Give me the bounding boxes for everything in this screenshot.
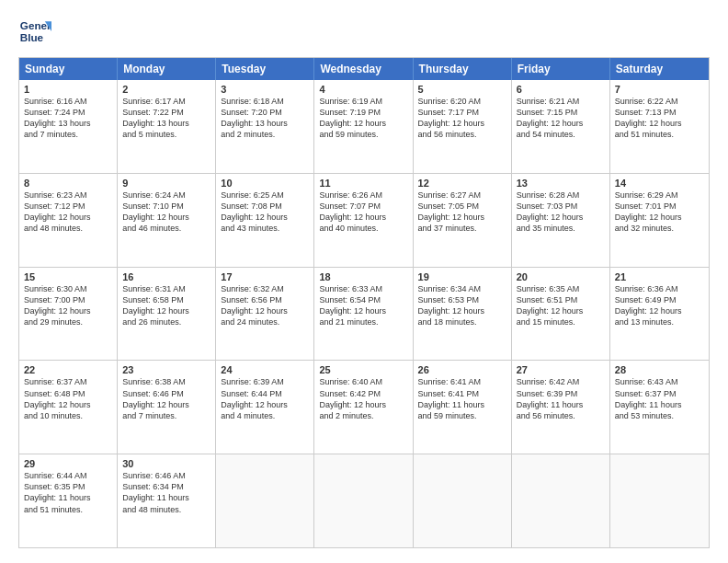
day-number: 30 [122, 458, 210, 469]
sunrise-line: Sunrise: 6:38 AM [122, 376, 210, 387]
sunset-line: Sunset: 7:19 PM [319, 107, 407, 118]
daylight-line2: and 29 minutes. [24, 316, 112, 327]
daylight-line1: Daylight: 12 hours [418, 118, 506, 129]
sunrise-line: Sunrise: 6:35 AM [517, 283, 605, 294]
day-number: 5 [418, 84, 506, 95]
header: General Blue [18, 15, 710, 48]
daylight-line2: and 46 minutes. [122, 223, 210, 234]
calendar: SundayMondayTuesdayWednesdayThursdayFrid… [18, 57, 710, 548]
sunrise-line: Sunrise: 6:20 AM [418, 96, 506, 107]
daylight-line2: and 32 minutes. [615, 223, 704, 234]
daylight-line2: and 21 minutes. [319, 316, 407, 327]
sunset-line: Sunset: 6:54 PM [319, 294, 407, 305]
daylight-line2: and 2 minutes. [221, 129, 309, 140]
day-number: 4 [319, 84, 407, 95]
calendar-cell: 11 Sunrise: 6:26 AM Sunset: 7:07 PM Dayl… [314, 174, 413, 267]
daylight-line1: Daylight: 12 hours [221, 305, 309, 316]
day-number: 27 [517, 364, 605, 375]
sunrise-line: Sunrise: 6:29 AM [615, 190, 704, 201]
cal-header-cell: Monday [118, 58, 216, 80]
sunrise-line: Sunrise: 6:40 AM [319, 376, 407, 387]
daylight-line1: Daylight: 12 hours [418, 212, 506, 223]
sunset-line: Sunset: 6:48 PM [24, 388, 112, 399]
calendar-cell: 23 Sunrise: 6:38 AM Sunset: 6:46 PM Dayl… [118, 361, 216, 454]
calendar-cell: 15 Sunrise: 6:30 AM Sunset: 7:00 PM Dayl… [19, 268, 118, 361]
cal-header-cell: Friday [512, 58, 610, 80]
sunset-line: Sunset: 7:15 PM [517, 107, 605, 118]
sunrise-line: Sunrise: 6:46 AM [122, 470, 210, 481]
daylight-line2: and 26 minutes. [122, 316, 210, 327]
sunset-line: Sunset: 7:05 PM [418, 201, 506, 212]
calendar-cell: 19 Sunrise: 6:34 AM Sunset: 6:53 PM Dayl… [414, 268, 512, 361]
sunrise-line: Sunrise: 6:17 AM [122, 96, 210, 107]
day-number: 28 [615, 364, 704, 375]
sunset-line: Sunset: 6:53 PM [418, 294, 506, 305]
calendar-cell: 20 Sunrise: 6:35 AM Sunset: 6:51 PM Dayl… [512, 268, 610, 361]
day-number: 20 [517, 271, 605, 282]
calendar-cell: 26 Sunrise: 6:41 AM Sunset: 6:41 PM Dayl… [414, 361, 512, 454]
day-number: 16 [122, 271, 210, 282]
day-number: 12 [418, 178, 506, 189]
sunrise-line: Sunrise: 6:42 AM [517, 376, 605, 387]
day-number: 6 [517, 84, 605, 95]
calendar-row: 22 Sunrise: 6:37 AM Sunset: 6:48 PM Dayl… [19, 361, 709, 454]
daylight-line1: Daylight: 12 hours [319, 118, 407, 129]
sunset-line: Sunset: 7:24 PM [24, 107, 112, 118]
calendar-cell: 29 Sunrise: 6:44 AM Sunset: 6:35 PM Dayl… [19, 454, 118, 547]
cal-header-cell: Saturday [610, 58, 709, 80]
sunset-line: Sunset: 6:58 PM [122, 294, 210, 305]
sunrise-line: Sunrise: 6:26 AM [319, 190, 407, 201]
daylight-line1: Daylight: 12 hours [24, 212, 112, 223]
calendar-cell: 14 Sunrise: 6:29 AM Sunset: 7:01 PM Dayl… [610, 174, 709, 267]
calendar-cell: 4 Sunrise: 6:19 AM Sunset: 7:19 PM Dayli… [314, 80, 413, 173]
calendar-cell: 2 Sunrise: 6:17 AM Sunset: 7:22 PM Dayli… [118, 80, 216, 173]
sunset-line: Sunset: 7:12 PM [24, 201, 112, 212]
daylight-line2: and 24 minutes. [221, 316, 309, 327]
sunset-line: Sunset: 6:51 PM [517, 294, 605, 305]
calendar-cell: 27 Sunrise: 6:42 AM Sunset: 6:39 PM Dayl… [512, 361, 610, 454]
sunset-line: Sunset: 7:10 PM [122, 201, 210, 212]
sunset-line: Sunset: 6:46 PM [122, 388, 210, 399]
daylight-line1: Daylight: 12 hours [615, 118, 704, 129]
calendar-cell: 18 Sunrise: 6:33 AM Sunset: 6:54 PM Dayl… [314, 268, 413, 361]
daylight-line1: Daylight: 12 hours [615, 305, 704, 316]
daylight-line1: Daylight: 11 hours [24, 492, 112, 503]
daylight-line1: Daylight: 12 hours [319, 399, 407, 410]
calendar-row: 8 Sunrise: 6:23 AM Sunset: 7:12 PM Dayli… [19, 174, 709, 268]
cal-header-cell: Sunday [19, 58, 118, 80]
day-number: 3 [221, 84, 309, 95]
calendar-cell [414, 454, 512, 547]
daylight-line2: and 5 minutes. [122, 129, 210, 140]
sunrise-line: Sunrise: 6:31 AM [122, 283, 210, 294]
daylight-line1: Daylight: 12 hours [319, 212, 407, 223]
daylight-line2: and 43 minutes. [221, 223, 309, 234]
sunrise-line: Sunrise: 6:33 AM [319, 283, 407, 294]
sunset-line: Sunset: 7:03 PM [517, 201, 605, 212]
daylight-line1: Daylight: 12 hours [221, 212, 309, 223]
day-number: 8 [24, 178, 112, 189]
calendar-cell: 9 Sunrise: 6:24 AM Sunset: 7:10 PM Dayli… [118, 174, 216, 267]
sunrise-line: Sunrise: 6:21 AM [517, 96, 605, 107]
day-number: 7 [615, 84, 704, 95]
logo: General Blue [18, 15, 51, 48]
daylight-line1: Daylight: 13 hours [221, 118, 309, 129]
calendar-row: 1 Sunrise: 6:16 AM Sunset: 7:24 PM Dayli… [19, 80, 709, 174]
daylight-line2: and 59 minutes. [319, 129, 407, 140]
sunset-line: Sunset: 6:42 PM [319, 388, 407, 399]
sunrise-line: Sunrise: 6:27 AM [418, 190, 506, 201]
daylight-line2: and 10 minutes. [24, 410, 112, 421]
sunrise-line: Sunrise: 6:16 AM [24, 96, 112, 107]
sunset-line: Sunset: 6:37 PM [615, 388, 704, 399]
day-number: 22 [24, 364, 112, 375]
sunset-line: Sunset: 7:17 PM [418, 107, 506, 118]
sunset-line: Sunset: 7:07 PM [319, 201, 407, 212]
sunset-line: Sunset: 6:44 PM [221, 388, 309, 399]
sunset-line: Sunset: 7:20 PM [221, 107, 309, 118]
daylight-line1: Daylight: 12 hours [122, 305, 210, 316]
cal-header-cell: Wednesday [314, 58, 413, 80]
sunset-line: Sunset: 6:35 PM [24, 481, 112, 492]
daylight-line2: and 18 minutes. [418, 316, 506, 327]
day-number: 11 [319, 178, 407, 189]
calendar-cell [512, 454, 610, 547]
calendar-cell [216, 454, 314, 547]
